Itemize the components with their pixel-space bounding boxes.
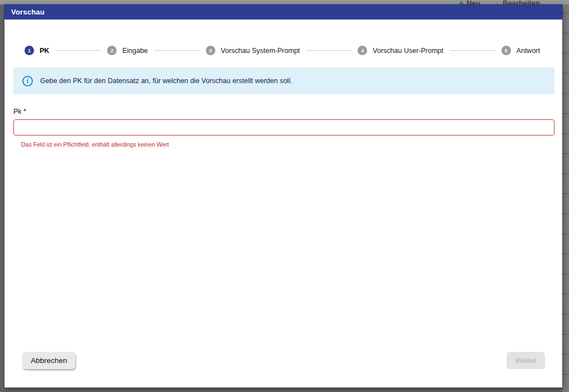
step-1-label: PK <box>40 47 49 55</box>
step-2-circle: 2 <box>107 46 117 55</box>
step-2-label: Eingabe <box>122 47 148 55</box>
step-pk[interactable]: 1 PK <box>25 46 49 55</box>
edit-button-label: Bearbeiten <box>503 0 540 4</box>
step-eingabe[interactable]: 2 Eingabe <box>107 46 148 55</box>
step-connector <box>450 50 495 51</box>
info-banner: i Gebe den PK für den Datensatz an, für … <box>13 67 554 94</box>
pk-validation-error: Das Feld ist ein Pflichtfeld, enthält al… <box>21 141 554 148</box>
new-button-label: Neu <box>466 0 480 4</box>
background-toolbar-row: ✚ Neu ✎ Bearbeiten <box>459 0 540 4</box>
step-5-label: Antwort <box>517 47 540 55</box>
step-3-circle: 3 <box>206 46 215 55</box>
edit-icon: ✎ <box>495 0 500 4</box>
step-4-circle: 4 <box>358 46 367 55</box>
edit-button[interactable]: ✎ Bearbeiten <box>495 0 540 4</box>
vorschau-dialog: Vorschau 1 PK 2 Eingabe 3 Vorschau Syste… <box>4 4 562 388</box>
pk-form: Pk * Das Feld ist ein Pflichtfeld, enthä… <box>13 108 554 148</box>
wizard-stepper: 1 PK 2 Eingabe 3 Vorschau System-Prompt … <box>25 46 540 55</box>
background-toolbar: ✚ Neu ✎ Bearbeiten <box>0 0 569 4</box>
new-icon: ✚ <box>459 0 464 4</box>
step-1-circle: 1 <box>25 46 34 55</box>
info-banner-text: Gebe den PK für den Datensatz an, für we… <box>40 77 292 85</box>
step-5-circle: 5 <box>502 46 511 55</box>
step-vorschau-system-prompt[interactable]: 3 Vorschau System-Prompt <box>206 46 300 55</box>
pk-input[interactable] <box>13 119 554 135</box>
background-table-strip <box>562 0 569 392</box>
step-3-label: Vorschau System-Prompt <box>221 47 300 55</box>
step-4-label: Vorschau User-Prompt <box>373 47 443 55</box>
new-button[interactable]: ✚ Neu <box>459 0 480 4</box>
pk-field-label: Pk * <box>13 108 554 115</box>
step-connector <box>55 50 101 51</box>
step-connector <box>154 50 200 51</box>
cancel-button[interactable]: Abbrechen <box>22 352 75 369</box>
info-icon: i <box>22 76 33 86</box>
step-antwort[interactable]: 5 Antwort <box>502 46 540 55</box>
dialog-title: Vorschau <box>11 8 45 16</box>
step-vorschau-user-prompt[interactable]: 4 Vorschau User-Prompt <box>358 46 443 55</box>
dialog-titlebar: Vorschau <box>4 4 562 20</box>
step-connector <box>306 50 352 51</box>
next-button[interactable]: Weiter <box>507 352 545 369</box>
